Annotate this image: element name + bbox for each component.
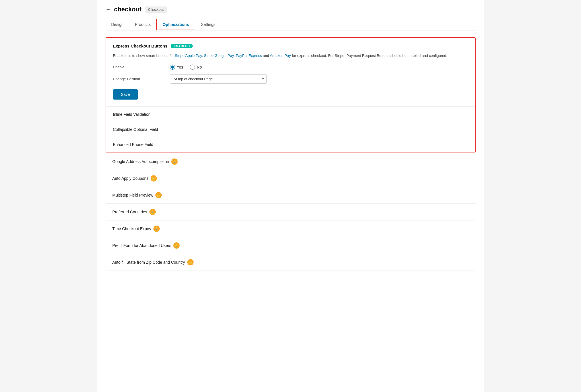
yes-radio-option[interactable]: Yes	[170, 65, 183, 70]
auto-apply-coupons-label: Auto Apply Coupons	[112, 176, 149, 181]
paypal-express-link[interactable]: PayPal Express	[236, 53, 262, 58]
tab-settings[interactable]: Settings	[195, 19, 221, 30]
prefill-form-row: Prefill Form for Abandoned Users 👑	[106, 237, 476, 254]
stripe-google-pay-link[interactable]: Stripe Google Pay	[204, 53, 234, 58]
amazon-pay-link[interactable]: Amazon Pay	[270, 53, 291, 58]
main-section: Express Checkout Buttons ENABLED Enable …	[106, 37, 476, 152]
stripe-apple-pay-link[interactable]: Stripe Apple Pay	[175, 53, 202, 58]
outer-features-section: Google Address Autocompletion 👑 Auto App…	[106, 153, 476, 271]
collapsible-optional-field-label: Collapsible Optional Field	[113, 127, 158, 132]
position-row: Change Position At top of checkout Page …	[113, 74, 468, 84]
google-address-label: Google Address Autocompletion	[112, 159, 169, 164]
save-row: Save	[113, 89, 468, 100]
multistep-field-preview-label: Multistep Field Preview	[112, 193, 153, 197]
auto-fill-state-label: Auto fill State from Zip Code and Countr…	[112, 260, 185, 265]
prefill-form-label: Prefill Form for Abandoned Users	[112, 243, 171, 248]
tab-products[interactable]: Products	[129, 19, 156, 30]
crown-icon-prefill-form: 👑	[173, 242, 180, 249]
google-address-row: Google Address Autocompletion 👑	[106, 153, 476, 170]
express-checkout-card: Express Checkout Buttons ENABLED Enable …	[106, 38, 475, 107]
crown-icon-auto-apply: 👑	[151, 175, 157, 181]
no-radio[interactable]	[190, 65, 195, 70]
collapsible-optional-field-row: Collapsible Optional Field	[106, 122, 475, 137]
tab-optimizations[interactable]: Optimizations	[156, 19, 195, 30]
enable-row: Enable Yes No	[113, 65, 468, 70]
express-title: Express Checkout Buttons	[113, 44, 168, 48]
tab-bar: Design Products Optimizations Settings	[106, 19, 476, 30]
time-checkout-expiry-label: Time Checkout Expiry	[112, 226, 151, 231]
enable-label: Enable	[113, 65, 170, 69]
crown-icon-preferred-countries: 👑	[149, 209, 156, 215]
no-radio-option[interactable]: No	[190, 65, 202, 70]
time-checkout-expiry-row: Time Checkout Expiry 👑	[106, 220, 476, 237]
enhanced-phone-field-row: Enhanced Phone Field	[106, 137, 475, 152]
tab-design[interactable]: Design	[106, 19, 130, 30]
inline-field-validation-row: Inline Field Validation	[106, 107, 475, 122]
auto-fill-state-row: Auto fill State from Zip Code and Countr…	[106, 254, 476, 271]
yes-label: Yes	[177, 65, 183, 69]
crown-icon-multistep: 👑	[155, 192, 162, 198]
preferred-countries-row: Preferred Countries 👑	[106, 204, 476, 220]
position-select-wrapper: At top of checkout Page Below cart summa…	[170, 74, 267, 84]
crown-icon-time-checkout: 👑	[153, 226, 160, 232]
inline-field-validation-label: Inline Field Validation	[113, 112, 151, 117]
save-button[interactable]: Save	[113, 89, 138, 100]
auto-apply-coupons-row: Auto Apply Coupons 👑	[106, 170, 476, 187]
back-button[interactable]: ←	[106, 7, 111, 13]
enhanced-phone-field-label: Enhanced Phone Field	[113, 142, 153, 147]
multistep-field-preview-row: Multistep Field Preview 👑	[106, 187, 476, 204]
page-header: ← checkout Checkout	[106, 6, 476, 13]
preferred-countries-label: Preferred Countries	[112, 210, 147, 214]
enable-radio-group: Yes No	[170, 65, 202, 70]
position-select[interactable]: At top of checkout Page Below cart summa…	[170, 74, 267, 84]
crown-icon-auto-fill-state: 👑	[187, 259, 194, 265]
enabled-badge: ENABLED	[171, 44, 193, 48]
express-description: Enable this to show smart buttons for St…	[113, 53, 468, 59]
no-label: No	[197, 65, 202, 69]
crown-icon-google-address: 👑	[171, 158, 178, 165]
position-label: Change Position	[113, 77, 170, 81]
express-header: Express Checkout Buttons ENABLED	[113, 44, 468, 48]
breadcrumb: Checkout	[145, 7, 167, 13]
yes-radio[interactable]	[170, 65, 175, 70]
page-title: checkout	[114, 6, 142, 13]
